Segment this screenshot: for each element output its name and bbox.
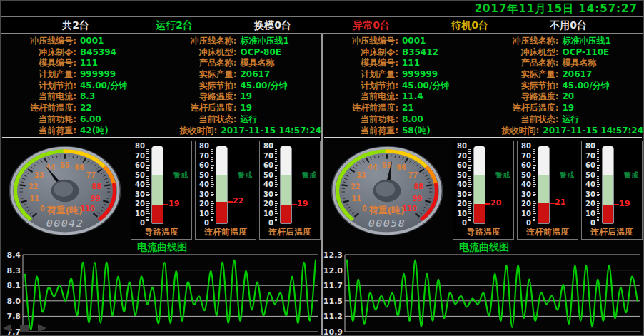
info-row: 实际产量:20617	[483, 69, 644, 81]
thermometer-title: 连杆前温度	[196, 226, 256, 238]
info-label: 计划产量:	[323, 69, 398, 81]
warning-label: 警戒	[238, 170, 252, 180]
info-row: 实际产量:20617	[161, 69, 322, 81]
info-column-right: 冲压线名称:标准冲压线1冲床机型:OCP-110E产品名称:模具名称实际产量:2…	[483, 36, 644, 137]
info-label: 连杆后温度:	[483, 103, 559, 114]
svg-text:99: 99	[91, 195, 101, 203]
info-value: 0001	[402, 36, 426, 47]
svg-text:8.1: 8.1	[7, 281, 21, 290]
tab-0[interactable]: 共2台	[26, 17, 125, 33]
svg-text:11.2: 11.2	[323, 312, 343, 321]
info-row: 连杆后温度:19	[483, 103, 644, 114]
svg-text:12.0: 12.0	[323, 266, 343, 275]
warning-label: 警戒	[624, 170, 638, 180]
info-row: 冲压线编号:0001	[1, 36, 161, 47]
info-value: 22	[80, 103, 92, 114]
thermometer: 01020304050607080警戒20导路温度	[453, 141, 514, 240]
info-value: 42(吨)	[80, 126, 109, 137]
info-value: 0001	[80, 36, 104, 47]
info-value: 运行	[241, 114, 258, 126]
svg-text:荷重(吨): 荷重(吨)	[368, 205, 405, 215]
svg-text:11.7: 11.7	[323, 281, 343, 290]
info-value: 999999	[402, 69, 438, 81]
warning-label: 警戒	[173, 170, 188, 180]
temperature-value: 20	[490, 198, 501, 208]
thermometer-title: 连杆前温度	[518, 226, 578, 238]
warning-label: 警戒	[560, 170, 574, 180]
svg-text:11: 11	[30, 195, 40, 203]
tab-5[interactable]: 不用0台	[519, 17, 618, 33]
scroll-left-icon[interactable]	[3, 324, 11, 332]
scroll-right-icon[interactable]	[38, 324, 46, 332]
status-tab-row: 共2台运行2台换模0台异常0台待机0台不用0台	[1, 17, 643, 34]
info-label: 计划节拍:	[323, 81, 398, 92]
info-row: 当前电流:11.4	[323, 91, 483, 103]
page-icon[interactable]	[20, 325, 29, 332]
info-value: OCP-80E	[241, 47, 281, 58]
info-label: 连杆前温度:	[1, 103, 76, 114]
info-row: 计划节拍:45.00/分钟	[323, 81, 483, 92]
info-label: 当前状态:	[161, 114, 237, 126]
info-label: 导路温度:	[161, 91, 237, 103]
press-panel-2: 冲压线编号:0001冲床制令:B35412模具编号:111计划产量:999999…	[323, 34, 643, 335]
thermometer-tube	[280, 146, 292, 224]
svg-text:8.3: 8.3	[7, 266, 21, 275]
info-column-left: 冲压线编号:0001冲床制令:B35412模具编号:111计划产量:999999…	[323, 36, 483, 137]
thermometer: 01020304050607080警戒19连杆后温度	[581, 141, 643, 240]
thermometer-tube	[473, 146, 485, 224]
thermometer: 01020304050607080警戒19连杆后温度	[259, 141, 321, 240]
info-section: 冲压线编号:0001冲床制令:B35412模具编号:111计划产量:999999…	[323, 36, 643, 137]
info-label: 实际产量:	[483, 69, 559, 81]
info-value: 20	[563, 91, 575, 103]
current-datetime: 2017年11月15日 14:57:27	[475, 2, 638, 16]
thermometer: 01020304050607080警戒21连杆前温度	[517, 141, 578, 240]
info-row: 冲床机型:OCP-80E	[161, 47, 322, 58]
info-row: 接收时间:2017-11-15 14:57:24	[161, 126, 322, 137]
info-row: 模具编号:111	[1, 58, 161, 69]
chart-nav	[3, 324, 46, 332]
info-label: 冲压线名称:	[483, 36, 559, 47]
temperature-value: 22	[233, 196, 243, 205]
info-value: 2017-11-15 14:57:24	[543, 126, 643, 137]
info-label: 冲床制令:	[1, 47, 76, 58]
current-curve-chart: 电流曲线图8.48.38.18.07.87.7	[1, 242, 321, 336]
info-row: 连杆前温度:21	[323, 103, 483, 114]
svg-text:电流曲线图: 电流曲线图	[137, 242, 187, 253]
info-label: 接收时间:	[161, 126, 218, 137]
info-row: 计划产量:999999	[1, 69, 161, 81]
info-label: 连杆后温度:	[161, 103, 237, 114]
info-row: 实际节拍:45.00/分钟	[161, 81, 322, 92]
svg-text:22: 22	[351, 183, 361, 190]
info-value: 45.00/分钟	[241, 81, 288, 92]
svg-text:99: 99	[413, 195, 423, 203]
temperature-bars: 01020304050607080警戒19导路温度010203040506070…	[131, 141, 321, 240]
info-column-right: 冲压线名称:标准冲压线1冲床机型:OCP-80E产品名称:模具名称实际产量:20…	[161, 36, 322, 137]
info-row: 冲床制令:B45394	[1, 47, 161, 58]
svg-text:00042: 00042	[46, 217, 84, 230]
info-row: 冲压线名称:标准冲压线1	[483, 36, 644, 47]
info-label: 冲压线编号:	[323, 36, 398, 47]
info-label: 模具编号:	[323, 58, 398, 69]
divider	[324, 137, 642, 138]
tab-1[interactable]: 运行2台	[125, 17, 223, 33]
info-row: 当前功耗:8.00	[323, 114, 483, 126]
info-label: 当前功耗:	[1, 114, 76, 126]
info-row: 当前功耗:6.00	[1, 114, 161, 126]
temperature-value: 19	[297, 199, 308, 208]
info-row: 冲床制令:B35412	[323, 47, 483, 58]
info-row: 产品名称:模具名称	[483, 58, 644, 69]
tab-4[interactable]: 待机0台	[421, 17, 519, 33]
svg-text:88: 88	[92, 183, 102, 190]
info-label: 导路温度:	[483, 91, 559, 103]
tab-2[interactable]: 换模0台	[223, 17, 322, 33]
info-value: 21	[402, 103, 414, 114]
temperature-value: 19	[619, 199, 630, 208]
temperature-bars: 01020304050607080警戒20导路温度010203040506070…	[453, 141, 643, 240]
info-label: 冲床机型:	[161, 47, 237, 58]
thermometer: 01020304050607080警戒19导路温度	[131, 141, 192, 240]
info-value: 20617	[563, 69, 593, 81]
info-value: 19	[563, 103, 575, 114]
current-curve-chart: 电流曲线图12.312.011.711.511.210.9	[323, 242, 643, 336]
svg-text:7.8: 7.8	[7, 312, 21, 321]
tab-3[interactable]: 异常0台	[322, 17, 421, 33]
